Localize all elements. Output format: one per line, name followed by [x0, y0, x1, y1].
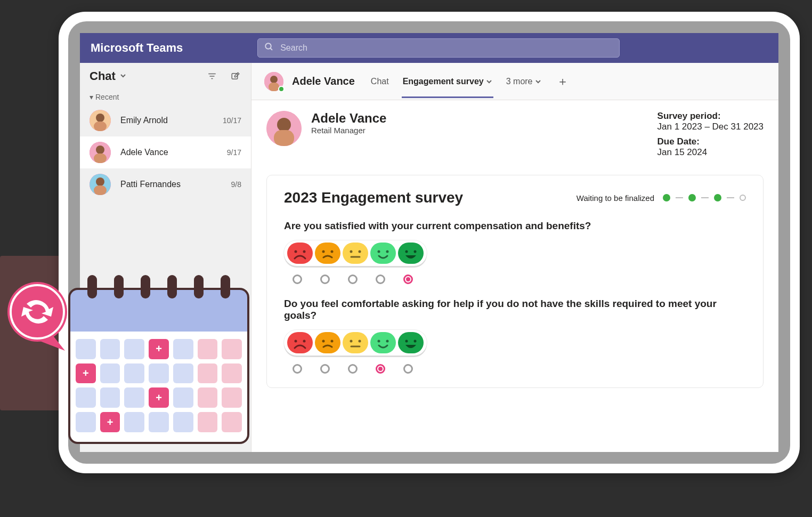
svg-point-40 [386, 340, 389, 343]
chat-item[interactable]: Emily Arnold 10/17 [80, 104, 251, 136]
rating-faces [284, 330, 427, 356]
calendar-cell [173, 387, 193, 408]
chat-date: 9/8 [231, 180, 241, 189]
face-option-1[interactable] [287, 332, 313, 353]
due-value: Jan 15 2024 [657, 147, 708, 157]
chevron-down-icon [486, 78, 492, 85]
progress-dot [663, 194, 670, 201]
survey-meta: Survey period: Jan 1 2023 – Dec 31 2023 … [657, 111, 764, 162]
calendar-cell [173, 339, 193, 359]
compose-icon[interactable] [230, 70, 241, 82]
progress-dot [714, 194, 721, 201]
calendar-cell: + [76, 363, 96, 384]
add-tab-button[interactable]: ＋ [555, 74, 570, 89]
period-label: Survey period: [657, 111, 721, 121]
progress-dots [663, 194, 746, 201]
calendar-cell [198, 363, 218, 384]
svg-rect-8 [94, 122, 107, 131]
progress-dot [688, 194, 696, 201]
search-icon [264, 42, 274, 54]
radio-option-5[interactable] [403, 364, 413, 374]
face-option-2[interactable] [315, 332, 340, 353]
svg-point-21 [295, 251, 297, 253]
radio-option-3[interactable] [348, 274, 358, 284]
tab[interactable]: 3 more [505, 65, 542, 98]
radio-option-4[interactable] [376, 364, 385, 374]
avatar [90, 110, 111, 131]
face-option-2[interactable] [315, 243, 340, 264]
calendar-cell [173, 412, 193, 432]
calendar-cell [76, 339, 96, 359]
svg-point-29 [386, 251, 389, 253]
chat-name: Patti Fernandes [120, 180, 222, 189]
face-option-5[interactable] [398, 332, 424, 353]
question-text: Are you satisfied with your current comp… [284, 220, 746, 232]
svg-point-33 [303, 340, 306, 343]
chevron-down-icon[interactable] [120, 71, 126, 81]
search-input[interactable] [279, 43, 613, 53]
presence-indicator [278, 86, 285, 92]
calendar-cell [198, 412, 218, 432]
chat-item[interactable]: Adele Vance 9/17 [80, 136, 251, 168]
svg-point-43 [7, 282, 67, 342]
tab[interactable]: Chat [370, 65, 390, 98]
radio-option-2[interactable] [320, 274, 330, 284]
calendar-cell [124, 339, 144, 359]
radio-option-1[interactable] [293, 364, 302, 374]
radio-option-5[interactable] [403, 274, 413, 284]
chat-item[interactable]: Patti Fernandes 9/8 [80, 168, 251, 200]
survey-card: 2023 Engagement survey Waiting to be fin… [266, 175, 764, 388]
radio-option-1[interactable] [293, 274, 302, 284]
radio-option-3[interactable] [348, 364, 358, 374]
face-option-1[interactable] [287, 243, 313, 264]
svg-point-35 [331, 340, 334, 343]
face-option-3[interactable] [343, 332, 368, 353]
chevron-down-icon [535, 78, 541, 85]
svg-point-37 [359, 340, 361, 343]
calendar-cell [76, 412, 96, 432]
radio-option-2[interactable] [320, 364, 330, 374]
svg-rect-14 [94, 185, 107, 195]
svg-point-7 [96, 114, 104, 122]
calendar-cell [100, 363, 120, 384]
calendar-cell [198, 339, 218, 359]
radio-option-4[interactable] [376, 274, 385, 284]
svg-point-31 [414, 251, 417, 253]
svg-point-23 [322, 251, 325, 253]
main-header: Adele Vance ChatEngagement survey3 more … [251, 63, 778, 100]
survey-status-text: Waiting to be finalized [576, 193, 654, 203]
tab-content: Adele Vance Retail Manager Survey period… [251, 100, 778, 452]
calendar-cell [222, 412, 242, 432]
calendar-cell [124, 387, 144, 408]
calendar-cell [124, 363, 144, 384]
avatar [90, 142, 111, 163]
face-option-4[interactable] [370, 332, 396, 353]
calendar-cell [222, 339, 242, 359]
survey-title: 2023 Engagement survey [284, 189, 463, 206]
rating-faces [284, 240, 427, 266]
progress-dot [740, 195, 746, 201]
survey-question: Are you satisfied with your current comp… [284, 220, 746, 284]
rating-radios [284, 274, 746, 284]
recent-header[interactable]: ▾ Recent [80, 90, 251, 104]
svg-point-0 [265, 43, 271, 49]
face-option-3[interactable] [343, 243, 368, 264]
profile-name: Adele Vance [311, 111, 386, 126]
header-avatar[interactable] [264, 72, 283, 91]
tab-strip: ChatEngagement survey3 more [370, 65, 542, 98]
svg-point-39 [378, 340, 380, 343]
filter-icon[interactable] [206, 70, 218, 82]
chat-date: 9/17 [227, 148, 241, 157]
face-option-4[interactable] [370, 243, 396, 264]
search-box[interactable] [257, 38, 620, 58]
calendar-cell [124, 412, 144, 432]
svg-rect-20 [274, 130, 294, 146]
face-option-5[interactable] [398, 243, 424, 264]
calendar-cell: + [149, 387, 169, 408]
tab[interactable]: Engagement survey [402, 65, 493, 98]
svg-point-28 [378, 251, 380, 253]
calendar-cell [198, 387, 218, 408]
top-bar: Microsoft Teams [80, 33, 778, 63]
period-value: Jan 1 2023 – Dec 31 2023 [657, 122, 764, 132]
svg-point-34 [322, 340, 325, 343]
